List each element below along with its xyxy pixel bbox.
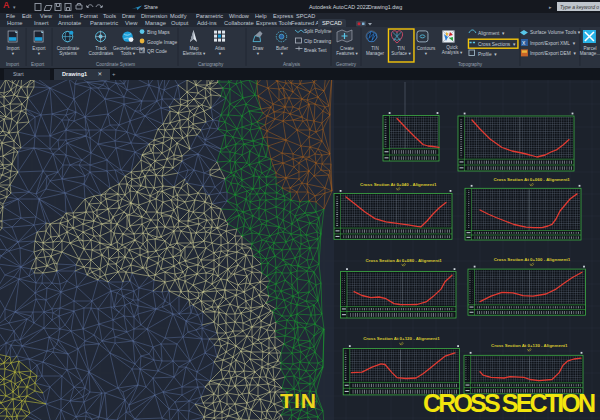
svg-text:CROSS SECTION: CROSS SECTION (423, 389, 596, 417)
svg-text:Cross Section At 0+130 - Align: Cross Section At 0+130 - Alignment1 (491, 343, 568, 348)
svg-text:Cross Section At 0+100 - Align: Cross Section At 0+100 - Alignment1 (494, 257, 571, 262)
svg-text:Cross Section At 0+040 - Align: Cross Section At 0+040 - Alignment1 (360, 182, 437, 187)
svg-text:Cross Section At 0+060 - Align: Cross Section At 0+060 - Alignment1 (493, 177, 570, 182)
svg-text:Cross Section At 0+120 - Align: Cross Section At 0+120 - Alignment1 (363, 336, 440, 341)
svg-text:Cross Section At 0+080 - Align: Cross Section At 0+080 - Alignment1 (365, 258, 442, 263)
svg-text:TIN: TIN (280, 389, 316, 412)
